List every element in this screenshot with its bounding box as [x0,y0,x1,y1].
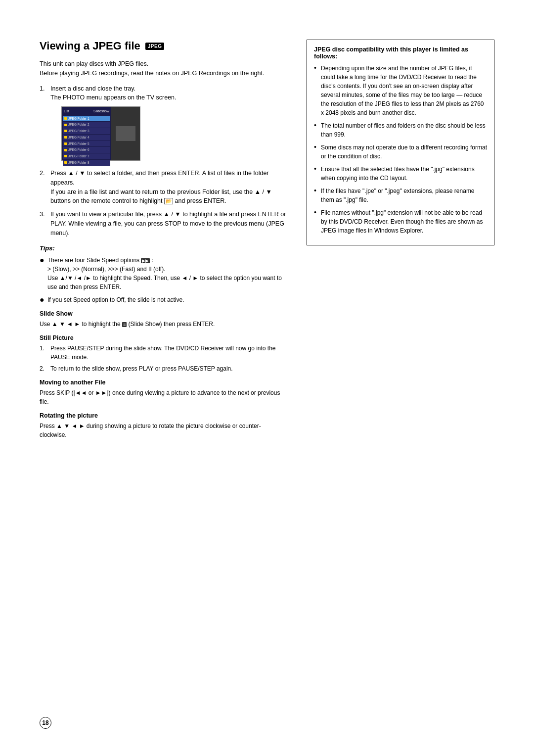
screen-list-item-2: JPEG Folder 2 [63,122,110,128]
right-bullet-3: • Some discs may not operate due to a di… [314,143,487,161]
steps-section: 1. Insert a disc and close the tray. The… [40,84,287,238]
screen-list-item-3: JPEG Folder 3 [63,128,110,134]
right-bullet-dot-6: • [314,208,318,235]
tips-section: Tips: ● There are four Slide Speed optio… [40,244,287,304]
right-bullet-dot-2: • [314,121,318,139]
subsection-still: Still Picture 1. Press PAUSE/STEP during… [40,334,287,373]
step-3-num: 3. [40,210,47,237]
subsection-rotating-title: Rotating the picture [40,412,287,419]
page-number: 18 [40,717,51,729]
screen-header: List Slideshow [63,108,110,115]
screen-list-item-6: JPEG Folder 6 [63,147,110,153]
right-bullet-1-text: Depending upon the size and the number o… [321,64,487,117]
screen-list-item-8: JPEG Folder 8 [63,160,110,166]
right-bullet-1: • Depending upon the size and the number… [314,64,487,117]
right-bullet-4-text: Ensure that all the selected files have … [321,165,487,183]
step-1: 1. Insert a disc and close the tray. The… [40,84,287,165]
tips-bullet-1: ● There are four Slide Speed options ▶▶ … [40,256,287,291]
tips-bullet-2: ● If you set Speed option to Off, the sl… [40,295,287,304]
right-bullet-2: • The total number of files and folders … [314,121,487,139]
screen-list-item-5: JPEG Folder 5 [63,141,110,147]
right-box-title: JPEG disc compatibility with this player… [314,46,487,60]
subsection-rotating-text: Press ▲ ▼ ◄ ► during showing a picture t… [40,422,287,439]
screen-preview-panel [111,107,140,160]
step-2-num: 2. [40,169,47,206]
intro-text: This unit can play discs with JPEG files… [40,59,287,78]
bullet-dot-1: ● [40,256,44,291]
step-2: 2. Press ▲ / ▼ to select a folder, and t… [40,169,287,206]
right-bullet-2-text: The total number of files and folders on… [321,121,487,139]
right-bullet-5: • If the files have ".jpe" or ".jpeg" ex… [314,187,487,204]
right-bullet-5-text: If the files have ".jpe" or ".jpeg" exte… [321,187,487,204]
right-bullet-6: • File names without ".jpg" extension wi… [314,208,487,235]
right-box: JPEG disc compatibility with this player… [307,40,494,245]
right-bullet-4: • Ensure that all the selected files hav… [314,165,487,183]
tips-bullet-1-text: There are four Slide Speed options ▶▶ : … [47,256,287,291]
right-bullet-dot-3: • [314,143,318,161]
intro-line-1: This unit can play discs with JPEG files… [40,59,287,69]
screen-inner: List Slideshow JPEG Folder 1 [62,107,140,160]
right-bullet-dot-4: • [314,165,318,183]
screen-list-item-4: JPEG Folder 4 [63,135,110,141]
bullet-dot-2: ● [40,296,44,304]
subsection-moving-title: Moving to another File [40,379,287,386]
step-2-text: Press ▲ / ▼ to select a folder, and then… [50,169,287,206]
subsection-slideshow: Slide Show Use ▲ ▼ ◄ ► to highlight the … [40,310,287,329]
subsection-slideshow-title: Slide Show [40,310,287,317]
screen-list-item-7: JPEG Folder 7 [63,153,110,159]
tips-bullet-2-text: If you set Speed option to Off, the slid… [47,295,287,304]
right-bullet-3-text: Some discs may not operate due to a diff… [321,143,487,161]
step-3: 3. If you want to view a particular file… [40,210,287,237]
screen-list-item-1: JPEG Folder 1 [63,116,110,122]
subsection-moving: Moving to another File Press SKIP (|◄◄ o… [40,379,287,406]
step-3-text: If you want to view a particular file, p… [50,210,287,237]
step-1-num: 1. [40,84,47,165]
right-bullet-6-text: File names without ".jpg" extension will… [321,208,487,235]
right-column: JPEG disc compatibility with this player… [307,40,494,439]
right-bullet-dot-5: • [314,187,318,204]
page-title-container: Viewing a JPEG file JPEG [40,40,287,52]
still-step-1: 1. Press PAUSE/STEP during the slide sho… [40,344,287,362]
subsection-slideshow-text: Use ▲ ▼ ◄ ► to highlight the ≡ (Slide Sh… [40,320,287,329]
screen-list-panel: List Slideshow JPEG Folder 1 [62,107,111,160]
screen-image: List Slideshow JPEG Folder 1 [61,106,140,161]
subsection-still-title: Still Picture [40,334,287,341]
jpeg-badge: JPEG [145,43,165,50]
still-step-2: 2. To return to the slide show, press PL… [40,364,287,373]
intro-line-2: Before playing JPEG recordings, read the… [40,69,287,78]
right-bullet-dot-1: • [314,64,318,117]
page-title: Viewing a JPEG file [40,40,140,52]
subsection-rotating: Rotating the picture Press ▲ ▼ ◄ ► durin… [40,412,287,439]
step-1-text: Insert a disc and close the tray. The PH… [50,84,287,165]
left-column: Viewing a JPEG file JPEG This unit can p… [40,40,287,439]
screen-preview-inner [116,126,135,141]
tips-title: Tips: [40,244,287,252]
subsection-moving-text: Press SKIP (|◄◄ or ►►|) once during view… [40,388,287,406]
